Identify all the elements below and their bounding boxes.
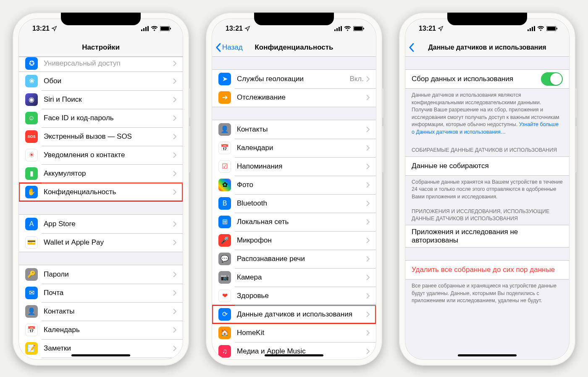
row-микрофон[interactable]: 🎤Микрофон <box>212 231 376 250</box>
navbar: Настройки <box>19 38 183 57</box>
row-конфиденциальность[interactable]: ✋Конфиденциальность <box>19 183 183 201</box>
row-календари[interactable]: 📅Календари <box>212 139 376 157</box>
row-label: App Store <box>44 220 173 228</box>
chevron-icon <box>173 327 176 333</box>
row-delete-all-data[interactable]: Удалить все собранные до сих пор данные <box>405 261 569 279</box>
row-icon: ⊞ <box>218 216 231 228</box>
row-напоминания[interactable]: ☑Напоминания <box>19 358 183 359</box>
row-icon: 💳 <box>25 236 38 249</box>
accessibility-icon: ✪ <box>25 57 38 70</box>
chevron-icon <box>173 171 176 177</box>
chevron-icon <box>366 274 370 280</box>
row-icon: ➤ <box>218 73 231 85</box>
delete-group: Удалить все собранные до сих пор данные <box>405 260 569 279</box>
row-icon: B <box>218 197 231 210</box>
row-icon: 📅 <box>25 324 38 336</box>
back-label: Назад <box>222 43 243 52</box>
toggle-group: Сбор данных и использования <box>405 69 569 89</box>
settings-group-1b: ❀Обои◉Siri и Поиск☺Face ID и код-парольS… <box>19 71 183 202</box>
chevron-icon <box>173 152 176 158</box>
wifi-icon <box>151 26 158 31</box>
notch <box>447 13 527 25</box>
row-label: Уведомления о контакте <box>44 151 173 159</box>
row-data-collection-toggle[interactable]: Сбор данных и использования <box>405 70 569 88</box>
row-icon: ▮ <box>25 167 38 180</box>
back-button[interactable]: Назад <box>212 43 243 52</box>
row-почта[interactable]: ✉Почта <box>19 284 183 302</box>
row-icon: 📷 <box>218 271 231 284</box>
row-фото[interactable]: ✿Фото <box>212 176 376 194</box>
location-arrow-icon <box>244 26 250 32</box>
row-wallet-и-apple-pay[interactable]: 💳Wallet и Apple Pay <box>19 233 183 252</box>
location-arrow-icon <box>51 26 57 32</box>
content[interactable]: Сбор данных и использования Данные датчи… <box>405 57 569 359</box>
back-button[interactable] <box>405 43 415 52</box>
home-indicator[interactable] <box>71 354 130 356</box>
row-распознавание-речи[interactable]: 💬Распознавание речи <box>212 250 376 268</box>
status-time: 13:21 <box>419 25 436 32</box>
chevron-left-icon <box>215 43 221 52</box>
svg-rect-13 <box>363 28 364 29</box>
content[interactable]: ➤Службы геолокацииВкл.➜Отслеживание 👤Кон… <box>212 57 376 359</box>
row-label: Bluetooth <box>237 199 366 208</box>
signal-icon <box>528 26 535 31</box>
row-bluetooth[interactable]: BBluetooth <box>212 194 376 213</box>
home-indicator[interactable] <box>265 354 323 356</box>
svg-rect-1 <box>143 28 144 31</box>
row-icon: 👤 <box>218 123 231 136</box>
row-icon: ◉ <box>25 93 38 106</box>
row-siri-и-поиск[interactable]: ◉Siri и Поиск <box>19 90 183 109</box>
row-face-id-и-код-пароль[interactable]: ☺Face ID и код-пароль <box>19 109 183 127</box>
screen: 13:21 Настройки ✪ Универсальный доступ ❀… <box>18 18 183 360</box>
row-partial-accessibility[interactable]: ✪ Универсальный доступ <box>19 57 183 71</box>
row-отслеживание[interactable]: ➜Отслеживание <box>212 88 376 107</box>
chevron-icon <box>173 134 176 140</box>
chevron-icon <box>173 115 176 121</box>
row-экстренный-вызов-sos[interactable]: SOSЭкстренный вызов — SOS <box>19 127 183 146</box>
row-label: Экстренный вызов — SOS <box>44 132 173 141</box>
navbar: Данные датчиков и использования <box>405 38 569 57</box>
row-label: Siri и Поиск <box>44 95 173 104</box>
row-контакты[interactable]: 👤Контакты <box>212 120 376 139</box>
footer-4: Все ранее собранные и хранящиеся на устр… <box>405 279 569 308</box>
svg-rect-0 <box>141 29 142 31</box>
privacy-group-2: 👤Контакты📅Календари☑Напоминания✿ФотоBBlu… <box>212 120 376 359</box>
row-label: Службы геолокации <box>237 75 349 83</box>
chevron-icon <box>366 256 370 262</box>
row-службы-геолокации[interactable]: ➤Службы геолокацииВкл. <box>212 70 376 88</box>
row-медиа-и-apple-music[interactable]: ♫Медиа и Apple Music <box>212 342 376 359</box>
wifi-icon <box>344 26 351 31</box>
home-indicator[interactable] <box>458 354 517 356</box>
phone-frame-sensordata: 13:21 Данные датчиков и использования Сб… <box>399 13 575 366</box>
battery-icon <box>160 26 171 31</box>
row-icon: ✿ <box>218 179 231 191</box>
row-icon: ☀ <box>25 149 38 161</box>
notch <box>254 13 334 25</box>
row-уведомления-о-контакте[interactable]: ☀Уведомления о контакте <box>19 146 183 164</box>
row-данные-датчиков-и-использования[interactable]: ⟳Данные датчиков и использования <box>212 305 376 324</box>
chevron-icon <box>366 76 370 82</box>
row-label: Напоминания <box>237 162 366 171</box>
row-контакты[interactable]: 👤Контакты <box>19 302 183 321</box>
row-календарь[interactable]: 📅Календарь <box>19 321 183 339</box>
row-камера[interactable]: 📷Камера <box>212 268 376 287</box>
row-локальная-сеть[interactable]: ⊞Локальная сеть <box>212 213 376 231</box>
content[interactable]: ✪ Универсальный доступ ❀Обои◉Siri и Поис… <box>19 57 183 359</box>
row-напоминания[interactable]: ☑Напоминания <box>212 157 376 176</box>
chevron-icon <box>173 290 176 296</box>
row-пароли[interactable]: 🔑Пароли <box>19 265 183 284</box>
row-icon: 🔑 <box>25 268 38 281</box>
row-здоровье[interactable]: ❤Здоровье <box>212 287 376 305</box>
toggle-switch-on[interactable] <box>541 72 563 86</box>
row-icon: ☺ <box>25 112 38 124</box>
row-обои[interactable]: ❀Обои <box>19 72 183 90</box>
status-icons <box>141 26 171 31</box>
row-homekit[interactable]: 🏠HomeKit <box>212 324 376 342</box>
row-app-store[interactable]: AApp Store <box>19 215 183 233</box>
row-аккумулятор[interactable]: ▮Аккумулятор <box>19 164 183 183</box>
footer-1: Данные датчиков и использования являются… <box>405 89 569 139</box>
settings-group-2: AApp Store💳Wallet и Apple Pay <box>19 214 183 252</box>
page-title: Настройки <box>19 43 183 52</box>
status-time: 13:21 <box>226 25 243 32</box>
row-icon: ➜ <box>218 91 231 104</box>
